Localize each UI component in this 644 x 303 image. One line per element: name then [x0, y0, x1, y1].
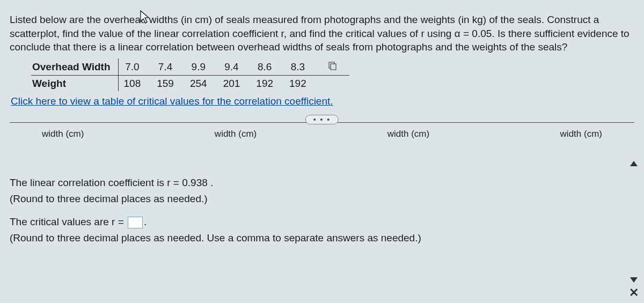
- answer-r-line: The linear correlation coefficient is r …: [10, 176, 634, 190]
- width-val-1: 7.4: [151, 58, 185, 75]
- width-val-2: 9.9: [185, 58, 218, 75]
- copy-icon[interactable]: [327, 60, 337, 74]
- weight-val-4: 192: [251, 75, 284, 91]
- answer-crit-post: .: [144, 216, 147, 227]
- answer-r-post: .: [208, 177, 214, 188]
- axis-label-4: width (cm): [560, 128, 602, 141]
- answer-r-note: (Round to three decimal places as needed…: [10, 192, 634, 206]
- close-button[interactable]: ✕: [629, 286, 639, 300]
- weight-val-3: 201: [218, 75, 251, 91]
- problem-line-1: Listed below are the overhead widths (in…: [10, 14, 544, 25]
- answer-crit-note: (Round to three decimal places as needed…: [10, 231, 634, 245]
- weight-val-5: 192: [284, 75, 317, 91]
- width-val-0: 7.0: [118, 58, 151, 75]
- svg-rect-1: [331, 64, 336, 70]
- weight-val-1: 159: [151, 75, 185, 91]
- data-table: Overhead Width 7.0 7.4 9.9 9.4 8.6 8.3 W…: [31, 58, 349, 91]
- answer-crit-line: The critical values are r = .: [10, 215, 634, 229]
- axis-label-2: width (cm): [215, 128, 257, 141]
- weight-val-2: 254: [185, 75, 218, 91]
- problem-statement: Listed below are the overhead widths (in…: [10, 13, 634, 54]
- row-label-width: Overhead Width: [31, 58, 118, 75]
- problem-line-4: from photographs and the weights of the …: [353, 41, 567, 53]
- critical-values-input[interactable]: [128, 217, 143, 228]
- answer-crit-pre: The critical values are r =: [10, 216, 127, 227]
- copy-cell: [317, 58, 349, 75]
- scroll-up-button[interactable]: [630, 161, 638, 166]
- row-label-weight: Weight: [31, 75, 118, 91]
- answer-r-pre: The linear correlation coefficient is r …: [10, 177, 182, 188]
- answer-r-value: 0.938: [182, 177, 208, 188]
- axis-labels-row: width (cm) width (cm) width (cm) width (…: [10, 122, 634, 141]
- scroll-down-button[interactable]: [630, 277, 638, 283]
- weight-val-0: 108: [118, 75, 151, 91]
- axis-label-3: width (cm): [387, 128, 429, 141]
- width-val-5: 8.3: [284, 58, 317, 75]
- width-val-4: 8.6: [251, 58, 284, 75]
- critical-values-link[interactable]: Click here to view a table of critical v…: [11, 95, 333, 107]
- axis-label-1: width (cm): [42, 128, 84, 141]
- width-val-3: 9.4: [218, 58, 251, 75]
- expand-dots-button[interactable]: • • •: [305, 115, 339, 124]
